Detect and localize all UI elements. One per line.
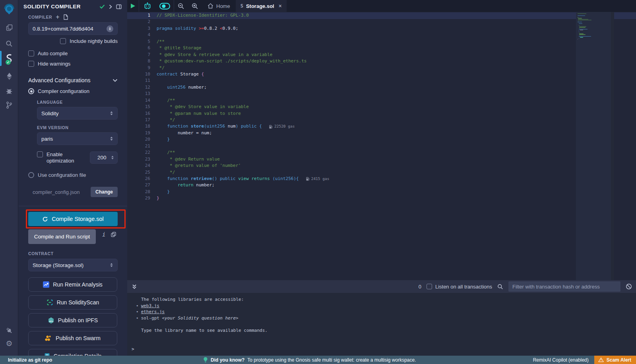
tab-storage-sol[interactable]: S Storage.sol × [236,0,287,12]
copilot-status[interactable]: RemixAI Copilot (enabled) [533,357,589,363]
terminal-lib-line: •sol-gpt <your Solidity question here> [127,315,636,321]
code-line: uint256 number; [157,84,572,91]
pin-panel-icon[interactable] [116,4,122,9]
add-compiler-icon[interactable]: + [56,15,59,19]
close-tab-icon[interactable]: × [279,3,282,9]
collapse-terminal-icon[interactable] [132,284,137,290]
info-icon[interactable]: i [102,231,105,238]
run-solidityscan-button[interactable]: Run SolidityScan [28,295,117,310]
enable-optimization-label: Enable optimization [47,151,81,164]
gas-estimate-annotation: 2415 gas [306,176,330,182]
run-remix-analysis-button[interactable]: Run Remix Analysis [28,277,117,292]
nightly-builds-checkbox[interactable] [60,38,66,44]
use-config-file-radio[interactable] [28,172,34,178]
compile-button[interactable]: Compile Storage.sol [28,212,118,226]
listen-transactions-checkbox[interactable] [427,284,432,289]
chevron-right-icon[interactable] [109,4,112,9]
scam-alert-badge[interactable]: Scam Alert [594,356,636,364]
contract-select[interactable]: Storage (Storage.sol) [28,259,118,271]
tab-home[interactable]: Home [202,0,236,12]
settings-gear-icon[interactable]: ⚙ [0,339,18,348]
change-config-button[interactable]: Change [91,187,118,197]
publish-on-swarm-button[interactable]: Publish on Swarm [28,331,117,345]
activity-bar: ✓ ⚙ [0,0,18,356]
compiler-version-select[interactable]: 0.8.19+commit.7dd6d404 [28,22,118,35]
code-line: /** [157,149,572,156]
auto-compile-label: Auto compile [38,50,68,56]
zoom-in-icon[interactable] [188,0,202,12]
panel-header: SOLIDITY COMPILER [19,0,127,11]
file-explorer-icon[interactable] [0,23,18,32]
tab-bar: Home S Storage.sol × [127,0,636,12]
code-line: } [157,195,572,201]
editor-scrollbar[interactable] [611,12,614,280]
line-number: 20 [127,136,150,143]
code-lines: // SPDX-License-Identifier: GPL-3.0pragm… [157,12,572,202]
search-icon[interactable] [0,39,18,48]
compiler-configuration-radio[interactable] [28,88,34,94]
nightly-builds-label: Include nightly builds [70,38,118,44]
code-line [157,77,572,84]
terminal-output[interactable]: The following libraries are accessible: … [127,293,636,356]
line-number: 24 [127,163,150,169]
compiler-configuration-radio-row[interactable]: Compiler configuration [19,88,127,94]
debugger-icon[interactable] [0,86,18,96]
code-line: // SPDX-License-Identifier: GPL-3.0 [157,12,572,19]
remix-logo-icon[interactable] [0,3,18,16]
use-config-file-radio-row[interactable]: Use configuration file [19,172,127,178]
ai-copilot-robot-icon[interactable] [139,0,156,12]
editor-minimap[interactable] [576,12,611,280]
compiler-label: COMPILER [28,15,52,19]
line-number-gutter: 1234567891011121314151617181920212223242… [127,12,150,202]
plugin-manager-icon[interactable] [0,326,18,335]
language-select[interactable]: Solidity [37,107,118,120]
chevron-down-icon [112,79,118,82]
line-number: 5 [127,39,150,45]
compiler-configuration-label: Compiler configuration [38,88,89,94]
optimization-runs-input[interactable]: 200 [90,151,118,164]
bullet: • [136,309,139,314]
hide-warnings-label: Hide warnings [38,61,70,67]
terminal-prompt[interactable]: > [132,347,134,352]
copilot-toggle-icon[interactable] [156,0,174,12]
code-line: */ [157,117,572,123]
auto-compile-checkbox[interactable] [28,50,34,56]
code-line [157,91,572,97]
publish-on-ipfs-button[interactable]: IPFS Publish on IPFS [28,313,117,327]
terminal-outro-line: Type the library name to see available c… [127,327,636,334]
number-stepper-icon[interactable] [111,155,114,160]
run-script-play-icon[interactable] [127,0,139,12]
zoom-out-icon[interactable] [174,0,188,12]
line-number: 26 [127,176,150,182]
compiled-check-badge: ✓ [6,60,11,65]
deploy-run-icon[interactable] [0,72,18,81]
clear-console-icon[interactable] [626,283,632,290]
code-line: * @param num value to store [157,110,572,117]
web3js-link[interactable]: web3.js [141,303,159,308]
git-init-status[interactable]: Initialize as git repo [8,357,52,363]
copy-icon[interactable] [111,232,116,237]
hide-warnings-checkbox[interactable] [28,61,34,67]
select-arrows-icon [110,263,113,267]
warning-triangle-icon [598,357,604,362]
advanced-configurations-header[interactable]: Advanced Configurations [19,77,127,83]
code-editor[interactable]: 1234567891011121314151617181920212223242… [127,12,636,280]
promote-to-file-icon[interactable] [63,14,68,20]
line-number: 23 [127,156,150,163]
git-icon[interactable] [0,100,18,110]
gas-estimate-annotation: 22520 gas [269,123,295,130]
solidity-compiler-icon[interactable]: ✓ [0,52,18,64]
terminal-body: The following libraries are accessible: … [127,296,636,333]
section-divider [19,206,127,206]
line-number: 6 [127,45,150,51]
line-number: 18 [127,123,150,130]
code-line: */ [157,169,572,176]
ethersjs-link[interactable]: ethers.js [141,309,165,314]
tip-text: To prototype using the Gnosis safe multi… [247,357,416,363]
main-area: Home S Storage.sol × 1234567891011121314… [127,0,636,356]
transaction-filter-input[interactable] [508,281,620,292]
button-label: Publish on Swarm [56,335,101,341]
evm-version-select[interactable]: paris [37,132,118,145]
remix-ide-window: ✓ ⚙ SOLIDITY COMPILER COM [0,0,636,364]
enable-optimization-checkbox[interactable] [37,151,43,157]
